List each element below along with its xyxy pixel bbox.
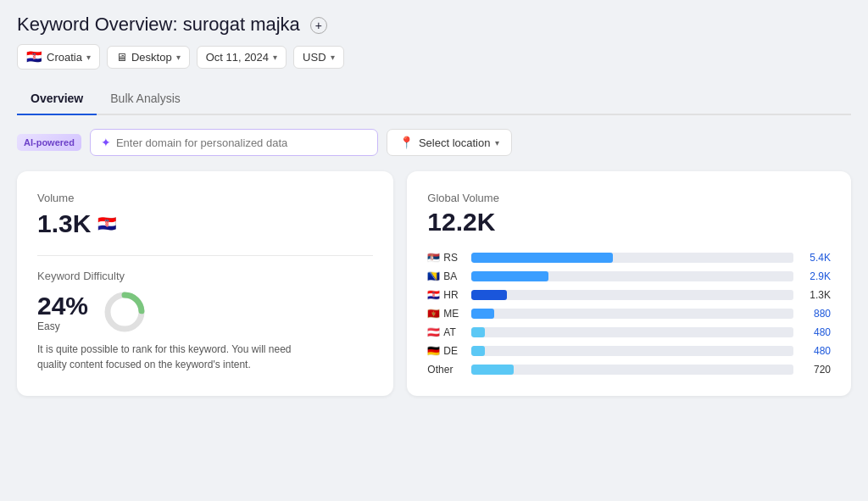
kd-donut-chart — [102, 289, 147, 335]
country-selector[interactable]: 🇭🇷 Croatia ▾ — [17, 44, 100, 70]
page-title: Keyword Overview: surogat majka + — [17, 14, 851, 36]
gv-label: Global Volume — [427, 192, 831, 204]
bar-count-DE: 480 — [800, 345, 831, 357]
chevron-down-icon: ▾ — [86, 53, 91, 62]
bars-container: 🇷🇸 RS 5.4K 🇧🇦 BA 2.9K 🇭🇷 HR — [427, 252, 831, 357]
bar-count-BA: 2.9K — [800, 270, 831, 282]
bar-track-DE — [471, 346, 793, 356]
global-volume-card: Global Volume 12.2K 🇷🇸 RS 5.4K 🇧🇦 BA 2.9… — [407, 171, 851, 396]
page-wrapper: Keyword Overview: surogat majka + 🇭🇷 Cro… — [0, 0, 868, 501]
flag-BA: 🇧🇦 — [427, 270, 440, 282]
bar-track-AT — [471, 327, 793, 337]
bar-track-HR — [471, 290, 793, 300]
tab-bulk-analysis[interactable]: Bulk Analysis — [97, 83, 193, 115]
kd-label: Keyword Difficulty — [37, 270, 373, 282]
kd-value: 24% — [37, 292, 88, 320]
kd-tag: Easy — [37, 320, 88, 332]
keyword-text: surogat majka — [183, 14, 300, 35]
flag-RS: 🇷🇸 — [427, 252, 440, 264]
bar-track-ME — [471, 309, 793, 319]
bar-fill-BA — [471, 271, 548, 281]
other-count: 720 — [800, 364, 831, 376]
volume-value: 1.3K 🇭🇷 — [37, 209, 373, 238]
domain-input-wrap: ✦ — [90, 129, 378, 156]
bar-row: 🇷🇸 RS 5.4K — [427, 252, 831, 264]
kd-description: It is quite possible to rank for this ke… — [37, 342, 309, 372]
tabs-bar: Overview Bulk Analysis — [17, 83, 851, 115]
bar-row: 🇲🇪 ME 880 — [427, 308, 831, 320]
tab-overview[interactable]: Overview — [17, 83, 97, 115]
bar-track-BA — [471, 271, 793, 281]
bar-country-RS: 🇷🇸 RS — [427, 252, 465, 264]
bar-country-HR: 🇭🇷 HR — [427, 289, 465, 301]
sparkle-icon: ✦ — [101, 136, 111, 149]
date-label: Oct 11, 2024 — [206, 51, 269, 64]
volume-label: Volume — [37, 192, 373, 204]
location-selector[interactable]: 📍 Select location ▾ — [387, 129, 513, 156]
bar-row: 🇧🇦 BA 2.9K — [427, 270, 831, 282]
bar-row: 🇭🇷 HR 1.3K — [427, 289, 831, 301]
bar-track-RS — [471, 253, 793, 263]
chevron-down-icon-date: ▾ — [273, 53, 277, 62]
flag-AT: 🇦🇹 — [427, 326, 440, 338]
bar-fill-DE — [471, 346, 484, 356]
flag-HR: 🇭🇷 — [427, 289, 440, 301]
location-label: Select location — [419, 136, 491, 149]
bar-country-DE: 🇩🇪 DE — [427, 345, 465, 357]
bar-fill-RS — [471, 253, 613, 263]
location-pin-icon: 📍 — [399, 136, 414, 149]
filter-bar: AI-powered ✦ 📍 Select location ▾ — [17, 129, 851, 156]
add-keyword-icon[interactable]: + — [310, 17, 327, 34]
bar-count-AT: 480 — [800, 326, 831, 338]
bar-count-ME: 880 — [800, 308, 831, 320]
gv-value: 12.2K — [427, 208, 831, 237]
bar-country-ME: 🇲🇪 ME — [427, 308, 465, 320]
other-bar-fill — [471, 365, 513, 375]
currency-selector[interactable]: USD ▾ — [293, 46, 343, 69]
croatia-flag-inline: 🇭🇷 — [97, 214, 116, 233]
volume-kd-card: Volume 1.3K 🇭🇷 Keyword Difficulty 24% Ea… — [17, 171, 393, 396]
other-label: Other — [427, 364, 465, 376]
domain-input[interactable] — [116, 136, 367, 149]
title-prefix: Keyword Overview: — [17, 14, 178, 35]
bar-fill-ME — [471, 309, 494, 319]
chevron-down-icon-currency: ▾ — [331, 53, 335, 62]
other-bar-track — [471, 365, 793, 375]
bar-fill-AT — [471, 327, 484, 337]
bar-country-AT: 🇦🇹 AT — [427, 326, 465, 338]
monitor-icon: 🖥 — [116, 51, 127, 64]
flag-DE: 🇩🇪 — [427, 345, 440, 357]
chevron-down-icon-device: ▾ — [176, 53, 181, 62]
country-label: Croatia — [47, 51, 82, 64]
currency-label: USD — [303, 51, 326, 64]
country-flag: 🇭🇷 — [26, 49, 42, 64]
chevron-down-icon-location: ▾ — [495, 138, 499, 148]
bar-row: 🇦🇹 AT 480 — [427, 326, 831, 338]
flag-ME: 🇲🇪 — [427, 308, 440, 320]
bar-count-HR: 1.3K — [800, 289, 831, 301]
device-label: Desktop — [131, 51, 172, 64]
kd-value-wrap: 24% Easy — [37, 292, 88, 332]
bar-country-BA: 🇧🇦 BA — [427, 270, 465, 282]
bar-row: 🇩🇪 DE 480 — [427, 345, 831, 357]
device-selector[interactable]: 🖥 Desktop ▾ — [107, 46, 190, 69]
bar-fill-HR — [471, 290, 507, 300]
toolbar: 🇭🇷 Croatia ▾ 🖥 Desktop ▾ Oct 11, 2024 ▾ … — [17, 44, 851, 70]
cards-row: Volume 1.3K 🇭🇷 Keyword Difficulty 24% Ea… — [17, 171, 851, 396]
ai-badge: AI-powered — [17, 134, 81, 151]
other-row: Other 720 — [427, 364, 831, 376]
date-selector[interactable]: Oct 11, 2024 ▾ — [197, 46, 287, 69]
kd-row: 24% Easy — [37, 289, 373, 335]
bar-count-RS: 5.4K — [800, 252, 831, 264]
divider — [37, 255, 373, 256]
